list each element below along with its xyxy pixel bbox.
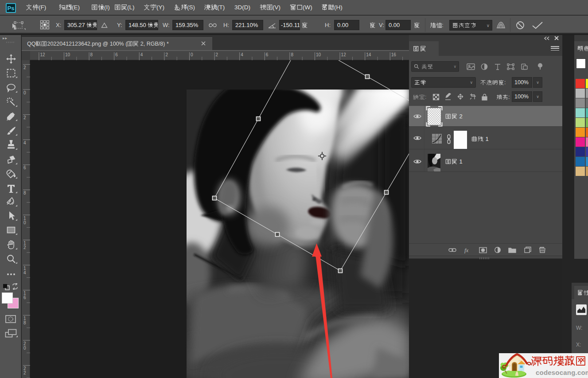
svg-text:8: 8 bbox=[291, 52, 293, 57]
svg-text:6: 6 bbox=[23, 295, 26, 300]
svg-text:fx: fx bbox=[464, 247, 469, 253]
svg-text:4: 4 bbox=[23, 140, 26, 145]
svg-text:12: 12 bbox=[341, 52, 347, 57]
svg-text:2: 2 bbox=[165, 52, 168, 57]
svg-text:12: 12 bbox=[40, 52, 45, 57]
svg-text:2: 2 bbox=[23, 245, 26, 250]
svg-text:8: 8 bbox=[23, 191, 26, 195]
svg-text:0: 0 bbox=[191, 52, 193, 57]
svg-text:10: 10 bbox=[65, 52, 70, 57]
svg-text:2: 2 bbox=[23, 115, 26, 120]
svg-text:2: 2 bbox=[216, 52, 218, 57]
svg-text:6: 6 bbox=[115, 52, 118, 57]
svg-text:0: 0 bbox=[23, 90, 26, 95]
svg-text:2: 2 bbox=[23, 370, 26, 375]
svg-text:8: 8 bbox=[90, 52, 93, 57]
svg-text:2: 2 bbox=[23, 65, 26, 70]
svg-text:8: 8 bbox=[23, 320, 26, 325]
svg-text:14: 14 bbox=[366, 52, 371, 57]
svg-text:0: 0 bbox=[23, 346, 26, 351]
svg-text:4: 4 bbox=[23, 270, 26, 275]
svg-text:0: 0 bbox=[23, 220, 26, 225]
svg-text:16: 16 bbox=[391, 52, 397, 57]
svg-text:4: 4 bbox=[140, 52, 143, 57]
svg-text:6: 6 bbox=[23, 165, 26, 170]
svg-text:4: 4 bbox=[241, 52, 243, 57]
svg-text:6: 6 bbox=[266, 52, 269, 57]
svg-text:10: 10 bbox=[316, 52, 321, 57]
